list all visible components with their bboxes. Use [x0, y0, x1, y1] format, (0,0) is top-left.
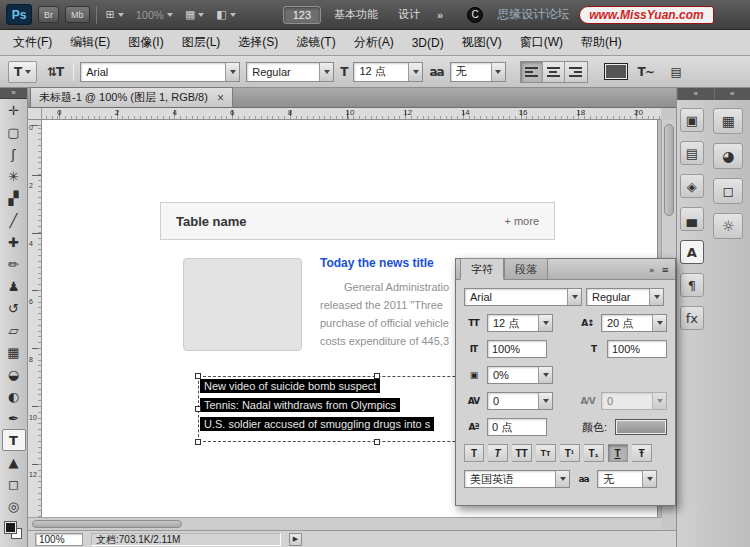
menu-item-8[interactable]: 3D(D): [403, 36, 453, 50]
toggle-panels-button[interactable]: ▤: [664, 61, 688, 83]
cp-font-style-select[interactable]: Regular: [586, 288, 664, 306]
selection-handle[interactable]: [195, 373, 201, 379]
mini-bridge-button[interactable]: Mb: [65, 6, 90, 23]
horizontal-ruler[interactable]: 02468101214161820: [42, 108, 661, 120]
dodge-tool[interactable]: ◐: [2, 385, 26, 407]
status-zoom-field[interactable]: 100%: [35, 533, 83, 546]
zoom-tool[interactable]: ◎: [2, 495, 26, 517]
style-strikethrough-button[interactable]: Ŧ: [632, 444, 652, 462]
menu-item-4[interactable]: 图层(L): [173, 34, 230, 51]
collapse-dock-button[interactable]: «: [677, 88, 714, 100]
shape-tool[interactable]: ◻: [2, 473, 26, 495]
cp-anti-alias-select[interactable]: 无: [597, 470, 657, 488]
vertical-scrollbar-thumb[interactable]: [664, 124, 674, 216]
clone-stamp-tool[interactable]: ♟: [2, 275, 26, 297]
style-underline-button[interactable]: T: [608, 444, 628, 462]
menu-item-1[interactable]: 文件(F): [4, 34, 61, 51]
foreground-color-swatch[interactable]: [5, 522, 16, 533]
collapse-panel-icon[interactable]: »: [649, 265, 655, 275]
type-tool[interactable]: T: [2, 429, 26, 451]
close-tab-button[interactable]: ×: [217, 93, 224, 103]
eraser-tool[interactable]: ▱: [2, 319, 26, 341]
mini-bridge-panel-icon[interactable]: ▣: [680, 108, 704, 132]
zoom-level-button[interactable]: 100%: [133, 6, 176, 24]
text-layer-news-title[interactable]: Today the news title: [320, 256, 434, 270]
font-family-select[interactable]: Arial: [80, 62, 240, 82]
tool-preset-picker[interactable]: T: [8, 61, 37, 83]
menu-item-5[interactable]: 选择(S): [229, 34, 287, 51]
pen-tool[interactable]: ✒: [2, 407, 26, 429]
style-faux-italic-button[interactable]: T: [488, 444, 508, 462]
histogram-panel-icon[interactable]: ▄: [680, 207, 704, 231]
text-color-swatch[interactable]: [604, 63, 628, 80]
align-right-button[interactable]: [565, 62, 587, 82]
panel-menu-icon[interactable]: ≡: [661, 265, 669, 275]
quick-selection-tool[interactable]: ✳: [2, 165, 26, 187]
workspace-overflow-button[interactable]: »: [433, 9, 447, 21]
horizontal-scrollbar-thumb[interactable]: [32, 520, 182, 528]
workspace-design-button[interactable]: 设计: [391, 7, 427, 22]
rectangular-marquee-tool[interactable]: ▢: [2, 121, 26, 143]
style-faux-bold-button[interactable]: T: [464, 444, 484, 462]
eyedropper-tool[interactable]: ╱: [2, 209, 26, 231]
collapse-dock-button[interactable]: «: [714, 88, 750, 100]
menu-item-6[interactable]: 滤镜(T): [287, 34, 344, 51]
style-small-caps-button[interactable]: Tᴛ: [536, 444, 556, 462]
align-center-button[interactable]: [543, 62, 565, 82]
brush-tool[interactable]: ✏: [2, 253, 26, 275]
tab-character[interactable]: 字符: [460, 258, 504, 280]
anti-alias-select[interactable]: 无: [450, 62, 506, 82]
proportional-spacing-select[interactable]: 0%: [487, 366, 553, 384]
font-style-select[interactable]: Regular: [246, 62, 334, 82]
selection-handle[interactable]: [195, 406, 201, 412]
masks-panel-icon[interactable]: ◻: [713, 178, 743, 204]
horizontal-scrollbar[interactable]: [28, 517, 661, 530]
gradient-tool[interactable]: ▦: [2, 341, 26, 363]
bridge-button[interactable]: Br: [38, 6, 59, 23]
swatches-panel-icon[interactable]: ▦: [713, 108, 743, 134]
status-options-button[interactable]: ▶: [289, 533, 302, 546]
baseline-shift-field[interactable]: 0 点: [487, 418, 547, 436]
workspace-essentials-button[interactable]: 基本功能: [327, 7, 385, 22]
menu-item-2[interactable]: 编辑(E): [61, 34, 119, 51]
document-tab[interactable]: 未标题-1 @ 100% (图层 1, RGB/8) ×: [30, 87, 233, 107]
path-selection-tool[interactable]: ▲: [2, 451, 26, 473]
layer-style-panel-icon[interactable]: fx: [680, 306, 704, 330]
style-all-caps-button[interactable]: TT: [512, 444, 532, 462]
selection-handle[interactable]: [374, 373, 380, 379]
warp-text-button[interactable]: T~: [634, 61, 658, 83]
view-extras-button[interactable]: ▦: [182, 6, 207, 24]
font-size-select[interactable]: 12 点: [353, 62, 423, 82]
selection-handle[interactable]: [195, 439, 201, 445]
vertical-ruler[interactable]: 024681012: [28, 120, 42, 517]
selection-handle[interactable]: [374, 439, 380, 445]
leading-select[interactable]: 20 点: [601, 314, 667, 332]
healing-brush-tool[interactable]: ✚: [2, 231, 26, 253]
character-panel-icon[interactable]: A: [680, 240, 704, 264]
lasso-tool[interactable]: ʃ: [2, 143, 26, 165]
clone-source-panel-icon[interactable]: ▤: [680, 141, 704, 165]
character-color-swatch[interactable]: [615, 419, 667, 435]
crop-tool[interactable]: ▞: [2, 187, 26, 209]
language-select[interactable]: 美国英语: [464, 470, 570, 488]
text-orientation-button[interactable]: ⇅T: [43, 61, 67, 83]
menu-item-10[interactable]: 窗口(W): [511, 34, 572, 51]
tracking-select[interactable]: 0: [487, 392, 553, 410]
screen-mode-button[interactable]: ◧: [213, 6, 238, 24]
menu-item-9[interactable]: 视图(V): [453, 34, 511, 51]
menu-item-7[interactable]: 分析(A): [345, 34, 403, 51]
horizontal-scale-field[interactable]: 100%: [607, 340, 667, 358]
cp-font-family-select[interactable]: Arial: [464, 288, 582, 306]
workspace-badge-123[interactable]: 123: [283, 6, 321, 24]
move-tool[interactable]: ✛: [2, 99, 26, 121]
style-subscript-button[interactable]: T₁: [584, 444, 604, 462]
color-panel-icon[interactable]: ◕: [713, 143, 743, 169]
menu-item-11[interactable]: 帮助(H): [572, 34, 631, 51]
paragraph-panel-icon[interactable]: ¶: [680, 273, 704, 297]
menu-item-3[interactable]: 图像(I): [119, 34, 172, 51]
collapse-tools-button[interactable]: »: [0, 88, 27, 99]
adjustments-panel-icon[interactable]: ☼: [713, 213, 743, 239]
launcher-button[interactable]: ⊞: [103, 6, 127, 24]
tab-paragraph[interactable]: 段落: [504, 258, 548, 279]
align-left-button[interactable]: [521, 62, 543, 82]
